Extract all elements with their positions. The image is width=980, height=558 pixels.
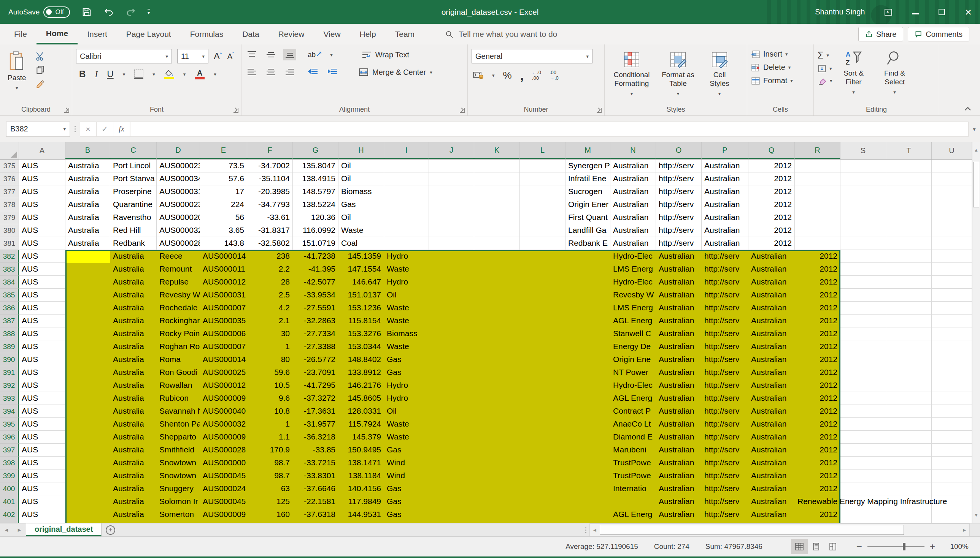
cell[interactable]: Hydro xyxy=(384,379,429,392)
cell[interactable] xyxy=(429,379,474,392)
scroll-right-icon[interactable]: ► xyxy=(959,524,969,536)
cell[interactable] xyxy=(66,508,110,521)
cell[interactable]: Gas xyxy=(384,353,429,366)
tab-insert[interactable]: Insert xyxy=(77,24,117,44)
cell[interactable]: -27.5591 xyxy=(293,302,338,315)
scroll-left-icon[interactable]: ◄ xyxy=(590,524,600,536)
cell[interactable] xyxy=(66,431,110,444)
top-align-icon[interactable] xyxy=(245,49,258,61)
cell[interactable] xyxy=(840,302,886,315)
cell[interactable]: AUS xyxy=(19,418,66,431)
cell[interactable] xyxy=(886,237,932,250)
cell[interactable]: AUS xyxy=(19,456,66,469)
cell[interactable]: Hydro-Elec xyxy=(610,379,656,392)
zoom-in-icon[interactable]: + xyxy=(930,541,935,552)
cell[interactable] xyxy=(932,327,972,340)
cell[interactable]: 146.2176 xyxy=(338,379,384,392)
cell[interactable]: AUS xyxy=(19,379,66,392)
cell[interactable]: Australian xyxy=(656,340,702,353)
cell[interactable]: Biomass xyxy=(338,185,384,198)
cell[interactable] xyxy=(474,418,520,431)
cell[interactable] xyxy=(565,418,610,431)
cell[interactable]: Gas xyxy=(384,366,429,379)
cell[interactable]: 138.1184 xyxy=(338,469,384,483)
cell[interactable]: Australian xyxy=(656,405,702,418)
cell[interactable]: http://serv xyxy=(702,353,748,366)
format-as-table-button[interactable]: Format as Table ▾ xyxy=(657,49,699,99)
cell[interactable]: AUS000000 xyxy=(200,456,247,469)
row-header[interactable]: 396 xyxy=(0,431,19,444)
row-header[interactable]: 402 xyxy=(0,508,19,521)
cell[interactable]: http://serv xyxy=(702,418,748,431)
cell[interactable]: -37.3272 xyxy=(293,392,338,405)
cell[interactable] xyxy=(429,198,474,211)
cell[interactable]: Australian xyxy=(656,315,702,327)
cell[interactable] xyxy=(520,302,565,315)
cell[interactable]: http://serv xyxy=(702,495,748,508)
cell[interactable]: Australia xyxy=(66,224,110,237)
cell[interactable] xyxy=(429,456,474,469)
cell[interactable]: 238 xyxy=(247,250,293,263)
cell-styles-button[interactable]: Cell Styles ▾ xyxy=(701,49,738,99)
cell[interactable]: AUS000031 xyxy=(156,185,200,198)
maximize-icon[interactable] xyxy=(939,9,945,15)
orientation-caret-icon[interactable]: ▾ xyxy=(330,52,333,58)
cell[interactable] xyxy=(520,315,565,327)
cell[interactable]: -27.7334 xyxy=(293,327,338,340)
cell[interactable]: Diamond E xyxy=(610,431,656,444)
cell[interactable] xyxy=(429,521,474,523)
cell[interactable]: -33.85 xyxy=(293,444,338,456)
cell[interactable] xyxy=(932,456,972,469)
cell[interactable]: Landfill Ga xyxy=(565,224,610,237)
cell[interactable]: 2012 xyxy=(795,508,840,521)
cell[interactable]: Australian xyxy=(656,276,702,289)
cell[interactable] xyxy=(565,469,610,483)
cell[interactable]: http://serv xyxy=(702,392,748,405)
cell[interactable]: AUS xyxy=(19,483,66,495)
cell[interactable] xyxy=(886,366,932,379)
cell[interactable] xyxy=(840,469,886,483)
cell[interactable] xyxy=(429,508,474,521)
cell[interactable] xyxy=(565,302,610,315)
cell[interactable]: Australian xyxy=(702,211,748,224)
column-header-H[interactable]: H xyxy=(338,142,384,159)
cell[interactable]: AUS000023 xyxy=(156,159,200,172)
cell[interactable]: http://serv xyxy=(702,366,748,379)
row-header[interactable]: 399 xyxy=(0,469,19,483)
cell[interactable]: AnaeCo Lt xyxy=(610,418,656,431)
cell[interactable]: Oil xyxy=(338,159,384,172)
cell[interactable]: 73.5 xyxy=(200,159,247,172)
cell[interactable] xyxy=(474,469,520,483)
row-header[interactable] xyxy=(0,521,19,523)
cell[interactable]: AGL Energ xyxy=(610,315,656,327)
cell[interactable] xyxy=(565,405,610,418)
cell[interactable]: Australian xyxy=(610,237,656,250)
cell[interactable]: Proserpine xyxy=(110,185,156,198)
row-header[interactable]: 376 xyxy=(0,172,19,185)
cell[interactable]: Australian xyxy=(748,483,795,495)
cell[interactable] xyxy=(886,353,932,366)
fill-color-caret-icon[interactable]: ▾ xyxy=(183,71,186,77)
cell[interactable]: 2012 xyxy=(795,263,840,276)
cell[interactable]: Australian xyxy=(748,340,795,353)
column-header-I[interactable]: I xyxy=(384,142,429,159)
cell[interactable] xyxy=(66,495,110,508)
cell[interactable]: 151.0719 xyxy=(293,237,338,250)
cell[interactable] xyxy=(840,483,886,495)
paste-button[interactable]: Paste ▾ xyxy=(4,49,30,93)
cell[interactable]: 160 xyxy=(247,508,293,521)
cell[interactable] xyxy=(886,185,932,198)
column-header-G[interactable]: G xyxy=(293,142,338,159)
cell[interactable]: 2012 xyxy=(795,250,840,263)
cell[interactable] xyxy=(886,444,932,456)
cell[interactable] xyxy=(886,224,932,237)
cell[interactable]: Waste xyxy=(384,302,429,315)
cell[interactable]: 2012 xyxy=(795,469,840,483)
cell[interactable] xyxy=(384,224,429,237)
cell[interactable] xyxy=(840,315,886,327)
cell[interactable]: http://serv xyxy=(702,289,748,302)
cell[interactable]: Oil xyxy=(384,289,429,302)
cell[interactable] xyxy=(932,353,972,366)
accounting-caret-icon[interactable]: ▾ xyxy=(492,72,495,78)
cell[interactable]: Energy De xyxy=(610,340,656,353)
